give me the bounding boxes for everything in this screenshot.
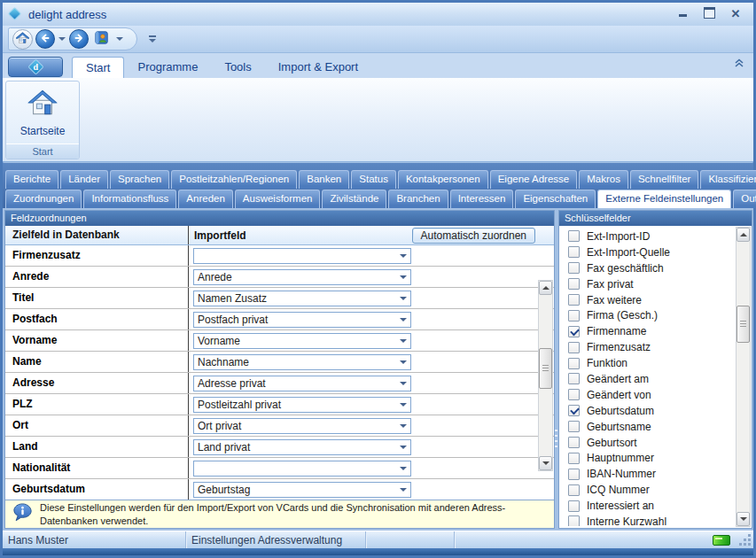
- scroll-down-button[interactable]: [737, 512, 750, 526]
- tab-branchen[interactable]: Branchen: [388, 190, 448, 208]
- ribbon-tab-programme[interactable]: Programme: [124, 57, 211, 78]
- auto-assign-button[interactable]: Automatisch zuordnen: [412, 228, 535, 244]
- checkbox-unchecked[interactable]: [568, 515, 580, 526]
- back-dropdown-icon[interactable]: [58, 37, 66, 41]
- checkbox-unchecked[interactable]: [568, 358, 580, 369]
- checkbox-unchecked[interactable]: [568, 469, 580, 480]
- scrollbar-thumb[interactable]: [737, 306, 750, 343]
- scroll-down-button[interactable]: [539, 456, 552, 470]
- address-book-button[interactable]: [91, 28, 113, 50]
- tab-makros[interactable]: Makros: [579, 170, 628, 189]
- checkbox-checked[interactable]: [568, 326, 580, 337]
- key-field-item-iban-nummer[interactable]: IBAN-Nummer: [560, 466, 736, 482]
- tab-zuordnungen[interactable]: Zuordnungen: [5, 190, 82, 208]
- import-field-combo-anrede[interactable]: Anrede: [193, 269, 411, 285]
- maximize-button[interactable]: [702, 7, 716, 22]
- import-field-combo-titel[interactable]: Namen Zusatz: [193, 291, 411, 306]
- key-field-item-geändert-am[interactable]: Geändert am: [560, 371, 736, 387]
- mapping-table-scrollbar[interactable]: [538, 280, 553, 471]
- import-field-combo-vorname[interactable]: Vorname: [193, 333, 411, 349]
- ribbon-tab-start[interactable]: Start: [72, 57, 124, 79]
- key-field-item-ext-import-id[interactable]: Ext-Import-ID: [560, 229, 736, 244]
- tab-ausweisformen[interactable]: Ausweisformen: [235, 190, 321, 208]
- tab-informationsfluss[interactable]: Informationsfluss: [83, 190, 176, 208]
- resize-grip[interactable]: [739, 534, 752, 546]
- back-button[interactable]: [35, 29, 55, 49]
- import-field-combo-firmenzusatz[interactable]: [193, 248, 411, 264]
- checkbox-unchecked[interactable]: [568, 310, 580, 322]
- import-field-combo-name[interactable]: Nachname: [193, 354, 411, 370]
- key-fields-scrollbar[interactable]: [736, 227, 751, 527]
- tab-sprachen[interactable]: Sprachen: [110, 170, 169, 189]
- key-field-item-icq-nummer[interactable]: ICQ Nummer: [560, 482, 736, 498]
- checkbox-unchecked[interactable]: [568, 246, 580, 258]
- checkbox-unchecked[interactable]: [568, 437, 580, 448]
- key-field-item-geburtsort[interactable]: Geburtsort: [560, 435, 736, 451]
- key-field-item-geburtsname[interactable]: Geburtsname: [560, 419, 736, 435]
- checkbox-checked[interactable]: [568, 405, 580, 416]
- key-field-item-firmenzusatz[interactable]: Firmenzusatz: [560, 339, 736, 355]
- collapse-ribbon-button[interactable]: [734, 58, 746, 69]
- checkbox-unchecked[interactable]: [568, 278, 580, 290]
- tab-schnellfilter[interactable]: Schnellfilter: [630, 170, 698, 189]
- tab-externe-feldeinstellungen[interactable]: Externe Feldeinstellungen: [597, 190, 731, 208]
- tab-eigenschaften[interactable]: Eigenschaften: [515, 190, 596, 208]
- checkbox-unchecked[interactable]: [568, 294, 580, 306]
- status-context: Einstellungen Adressverwaltung: [186, 531, 366, 548]
- key-field-item-geändert-von[interactable]: Geändert von: [560, 387, 736, 403]
- key-field-item-geburtsdatum[interactable]: Geburtsdatum: [560, 403, 736, 419]
- key-field-item-fax-privat[interactable]: Fax privat: [560, 276, 736, 292]
- address-book-dropdown-icon[interactable]: [116, 37, 123, 41]
- tab-banken[interactable]: Banken: [299, 170, 349, 189]
- checkbox-unchecked[interactable]: [568, 262, 580, 274]
- tab-anreden[interactable]: Anreden: [178, 190, 232, 208]
- import-field-combo-postfach[interactable]: Postfach privat: [193, 312, 411, 328]
- checkbox-unchecked[interactable]: [568, 230, 580, 242]
- startseite-button[interactable]: Startseite: [6, 81, 79, 143]
- import-field-combo-land[interactable]: Land privat: [193, 439, 411, 455]
- checkbox-unchecked[interactable]: [568, 484, 580, 496]
- close-button[interactable]: ✕: [729, 7, 743, 21]
- import-field-combo-plz[interactable]: Postleitzahl privat: [193, 397, 411, 413]
- import-field-combo-nationalität[interactable]: [193, 461, 411, 477]
- key-field-item-fax-weitere[interactable]: Fax weitere: [560, 292, 736, 308]
- minimize-button[interactable]: [675, 7, 690, 21]
- ribbon-tab-tools[interactable]: Tools: [211, 57, 264, 78]
- key-field-item-interne-kurzwahl[interactable]: Interne Kurzwahl: [560, 514, 736, 526]
- key-field-item-fax-geschäftlich[interactable]: Fax geschäftlich: [560, 260, 736, 276]
- key-field-item-firmenname[interactable]: Firmenname: [560, 323, 736, 339]
- tab-klassifizierung[interactable]: Klassifizierung: [700, 170, 756, 189]
- scrollbar-thumb[interactable]: [539, 348, 552, 389]
- forward-button[interactable]: [69, 29, 89, 49]
- checkbox-unchecked[interactable]: [568, 389, 580, 400]
- ribbon-tab-import-export[interactable]: Import & Export: [265, 57, 371, 78]
- tab-berichte[interactable]: Berichte: [5, 170, 58, 189]
- scroll-up-button[interactable]: [539, 281, 552, 295]
- tab-zivilstände[interactable]: Zivilstände: [322, 190, 386, 208]
- scroll-up-button[interactable]: [737, 228, 750, 242]
- checkbox-unchecked[interactable]: [568, 342, 580, 353]
- import-field-combo-geburtsdatum[interactable]: Geburtstag: [193, 482, 411, 498]
- key-field-item-funktion[interactable]: Funktion: [560, 355, 736, 371]
- tab-postleitzahlen-regionen[interactable]: Postleitzahlen/Regionen: [171, 170, 297, 189]
- combo-value: Vorname: [198, 335, 396, 347]
- tab-länder[interactable]: Länder: [60, 170, 108, 189]
- tab-eigene-adresse[interactable]: Eigene Adresse: [490, 170, 578, 189]
- import-field-combo-ort[interactable]: Ort privat: [193, 418, 411, 434]
- checkbox-unchecked[interactable]: [568, 453, 580, 464]
- home-button[interactable]: [12, 29, 33, 50]
- tab-status[interactable]: Status: [351, 170, 396, 189]
- checkbox-unchecked[interactable]: [568, 421, 580, 432]
- customize-toolbar-button[interactable]: [146, 35, 159, 43]
- tab-outlook-import[interactable]: Outlook Import: [733, 190, 756, 208]
- tab-interessen[interactable]: Interessen: [450, 190, 514, 208]
- key-field-item-firma-gesch[interactable]: Firma (Gesch.): [560, 307, 736, 323]
- checkbox-unchecked[interactable]: [568, 500, 580, 512]
- application-menu-button[interactable]: d: [8, 57, 63, 77]
- checkbox-unchecked[interactable]: [568, 373, 580, 384]
- import-field-combo-adresse[interactable]: Adresse privat: [193, 376, 411, 391]
- key-field-item-ext-import-quelle[interactable]: Ext-Import-Quelle: [560, 244, 736, 260]
- key-field-item-interessiert-an[interactable]: Interessiert an: [560, 498, 736, 514]
- tab-kontakpersonen[interactable]: Kontakpersonen: [398, 170, 488, 189]
- key-field-item-hauptnummer[interactable]: Hauptnummer: [560, 450, 736, 466]
